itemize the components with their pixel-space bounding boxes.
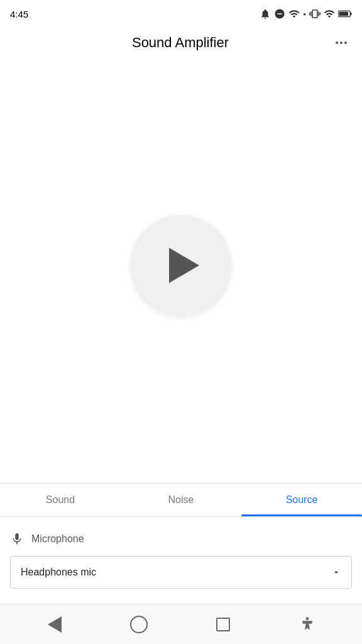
wifi-icon	[288, 8, 300, 19]
tab-noise-indicator	[121, 514, 241, 516]
dropdown-value: Headphones mic	[21, 567, 96, 578]
play-icon	[169, 248, 199, 283]
accessibility-icon	[299, 616, 316, 633]
source-content: Microphone Headphones mic	[0, 517, 362, 604]
dropdown-arrow-icon	[331, 567, 341, 577]
battery-icon	[338, 9, 352, 18]
svg-rect-2	[339, 12, 348, 16]
microphone-icon	[10, 532, 24, 546]
notification-icon	[260, 8, 271, 19]
tab-sound[interactable]: Sound	[0, 484, 121, 516]
main-content: Sound Amplifier Sound Noise Source	[0, 25, 362, 604]
back-icon	[48, 616, 62, 633]
nav-home-button[interactable]	[124, 609, 154, 640]
status-icons: ●	[260, 8, 352, 19]
nav-back-button[interactable]	[40, 609, 70, 640]
bottom-nav	[0, 604, 362, 644]
play-button[interactable]	[131, 215, 231, 316]
dnd-icon	[274, 8, 285, 19]
play-area	[0, 60, 362, 483]
tab-source[interactable]: Source	[241, 484, 362, 516]
microphone-label: Microphone	[31, 533, 84, 545]
tabs: Sound Noise Source	[0, 484, 362, 516]
microphone-dropdown[interactable]: Headphones mic	[10, 556, 352, 589]
status-time: 4:45	[10, 9, 28, 19]
svg-point-3	[306, 617, 309, 620]
recents-icon	[216, 618, 230, 631]
vibrate-icon	[309, 8, 321, 19]
nav-accessibility-button[interactable]	[292, 609, 322, 640]
tab-sound-indicator	[0, 514, 121, 516]
signal-icon	[324, 8, 335, 19]
page-title: Sound Amplifier	[30, 35, 331, 51]
microphone-row: Microphone	[10, 532, 352, 546]
tab-noise[interactable]: Noise	[121, 484, 241, 516]
nav-recents-button[interactable]	[208, 609, 238, 640]
dot-icon: ●	[303, 11, 306, 17]
home-icon	[130, 616, 148, 633]
app-bar: Sound Amplifier	[0, 25, 362, 60]
svg-rect-1	[351, 13, 352, 16]
status-bar: 4:45 ●	[0, 0, 362, 25]
more-options-button[interactable]	[331, 36, 352, 49]
tab-source-indicator	[241, 514, 362, 516]
tabs-container: Sound Noise Source	[0, 483, 362, 517]
